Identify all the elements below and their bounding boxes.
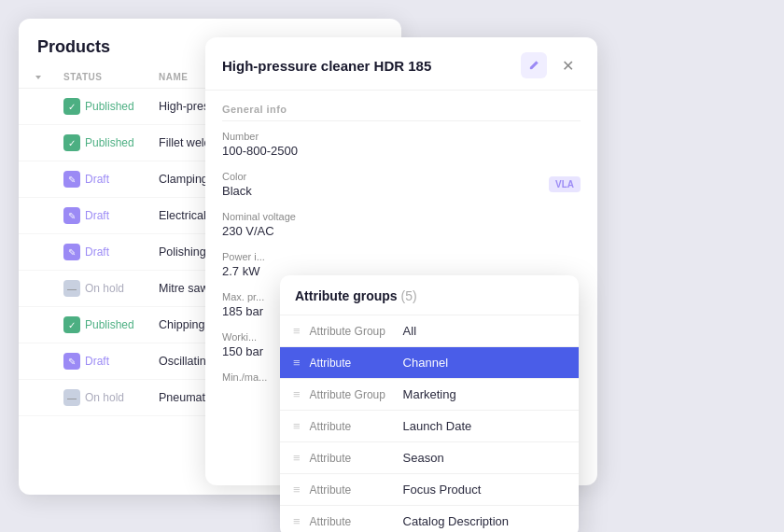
edit-icon bbox=[528, 60, 539, 71]
status-icon: ✎ bbox=[63, 244, 80, 260]
field-voltage: Nominal voltage 230 V/AC bbox=[222, 211, 581, 238]
field-power-label: Power i... bbox=[222, 251, 581, 262]
field-color-value: Black bbox=[222, 184, 252, 198]
attr-name: All bbox=[403, 324, 416, 338]
status-badge: ✓ Published bbox=[63, 98, 147, 115]
row-checkbox[interactable] bbox=[34, 97, 52, 116]
field-number-label: Number bbox=[222, 131, 581, 142]
header-actions: ✕ bbox=[521, 52, 581, 78]
status-text: On hold bbox=[85, 391, 124, 404]
status-column-header: STATUS bbox=[63, 72, 147, 82]
field-voltage-label: Nominal voltage bbox=[222, 211, 581, 222]
attr-row[interactable]: ≡ Attribute Launch Date bbox=[280, 411, 579, 441]
status-icon: ✎ bbox=[63, 207, 80, 224]
status-badge: ✓ Published bbox=[63, 134, 147, 151]
field-number: Number 100-800-2500 bbox=[222, 131, 581, 158]
attr-name: Channel bbox=[403, 356, 448, 370]
drag-icon: ≡ bbox=[293, 387, 301, 401]
status-badge: — On hold bbox=[63, 280, 147, 297]
drag-icon: ≡ bbox=[293, 419, 301, 433]
row-checkbox[interactable] bbox=[34, 243, 52, 261]
status-text: Draft bbox=[85, 355, 109, 368]
attr-name: Catalog Description bbox=[403, 514, 509, 528]
status-icon: ✓ bbox=[63, 98, 80, 115]
attr-name: Marketing bbox=[403, 387, 456, 401]
attr-row[interactable]: ≡ Attribute Season bbox=[280, 442, 579, 473]
detail-header: High-pressure cleaner HDR 185 ✕ bbox=[205, 37, 597, 91]
attr-groups-panel: Attribute groups (5) ≡ Attribute Group A… bbox=[280, 275, 579, 532]
status-badge: ✎ Draft bbox=[63, 207, 147, 224]
attr-type: Attribute bbox=[310, 515, 394, 528]
status-text: Published bbox=[85, 100, 134, 113]
status-badge: ✎ Draft bbox=[63, 353, 147, 370]
status-icon: ✓ bbox=[63, 134, 80, 151]
status-badge: ✎ Draft bbox=[63, 171, 147, 188]
field-color: Color Black VLA bbox=[222, 171, 581, 198]
attr-type: Attribute bbox=[310, 420, 394, 433]
attr-groups-title: Attribute groups bbox=[295, 288, 401, 303]
status-badge: ✓ Published bbox=[63, 316, 147, 333]
row-checkbox[interactable] bbox=[34, 352, 52, 371]
edit-button[interactable] bbox=[521, 52, 547, 78]
row-checkbox[interactable] bbox=[34, 315, 52, 334]
vla-badge: VLA bbox=[549, 176, 581, 192]
status-icon: ✓ bbox=[63, 316, 80, 333]
drag-icon: ≡ bbox=[293, 514, 301, 528]
field-power: Power i... 2.7 kW bbox=[222, 251, 581, 278]
status-icon: — bbox=[63, 280, 80, 297]
attr-type: Attribute Group bbox=[310, 388, 394, 401]
attr-groups-count: (5) bbox=[401, 288, 417, 303]
attr-row[interactable]: ≡ Attribute Focus Product bbox=[280, 474, 579, 505]
field-voltage-value: 230 V/AC bbox=[222, 224, 581, 238]
attr-row[interactable]: ≡ Attribute Channel bbox=[280, 347, 579, 378]
row-checkbox[interactable] bbox=[34, 170, 52, 189]
status-icon: — bbox=[63, 389, 80, 406]
attr-name: Launch Date bbox=[403, 419, 472, 433]
row-checkbox[interactable] bbox=[34, 279, 52, 298]
attr-row[interactable]: ≡ Attribute Group Marketing bbox=[280, 379, 579, 410]
status-text: Draft bbox=[85, 245, 109, 259]
status-icon: ✎ bbox=[63, 353, 80, 370]
drag-icon: ≡ bbox=[293, 324, 301, 338]
attr-name: Focus Product bbox=[403, 483, 482, 497]
status-icon: ✎ bbox=[63, 171, 80, 188]
status-text: Published bbox=[85, 318, 134, 331]
attr-groups-list: ≡ Attribute Group All ≡ Attribute Channe… bbox=[280, 315, 579, 532]
drag-icon: ≡ bbox=[293, 356, 301, 370]
status-text: Draft bbox=[85, 209, 109, 222]
attr-groups-header: Attribute groups (5) bbox=[280, 275, 579, 315]
row-checkbox[interactable] bbox=[34, 206, 52, 225]
row-checkbox[interactable] bbox=[34, 133, 52, 152]
status-text: Published bbox=[85, 136, 134, 149]
status-badge: ✎ Draft bbox=[63, 244, 147, 260]
status-text: On hold bbox=[85, 282, 124, 295]
drag-icon: ≡ bbox=[293, 451, 301, 465]
sort-icon bbox=[34, 73, 43, 82]
attr-row[interactable]: ≡ Attribute Catalog Description bbox=[280, 506, 579, 532]
status-badge: — On hold bbox=[63, 389, 147, 406]
attr-type: Attribute Group bbox=[310, 325, 394, 338]
attr-row[interactable]: ≡ Attribute Group All bbox=[280, 315, 579, 346]
general-info-section: General info bbox=[222, 104, 581, 121]
attr-name: Season bbox=[403, 451, 444, 465]
attr-type: Attribute bbox=[310, 452, 394, 465]
status-text: Draft bbox=[85, 173, 109, 186]
close-button[interactable]: ✕ bbox=[554, 52, 581, 78]
detail-title: High-pressure cleaner HDR 185 bbox=[222, 58, 431, 74]
scene: Products STATUS NAME ✓ Published High-pr… bbox=[19, 19, 765, 513]
field-number-value: 100-800-2500 bbox=[222, 144, 581, 158]
field-color-label: Color bbox=[222, 171, 252, 182]
attr-type: Attribute bbox=[310, 483, 394, 497]
attr-type: Attribute bbox=[310, 357, 394, 370]
check-column-header bbox=[34, 73, 52, 82]
drag-icon: ≡ bbox=[293, 483, 301, 497]
row-checkbox[interactable] bbox=[34, 388, 52, 407]
